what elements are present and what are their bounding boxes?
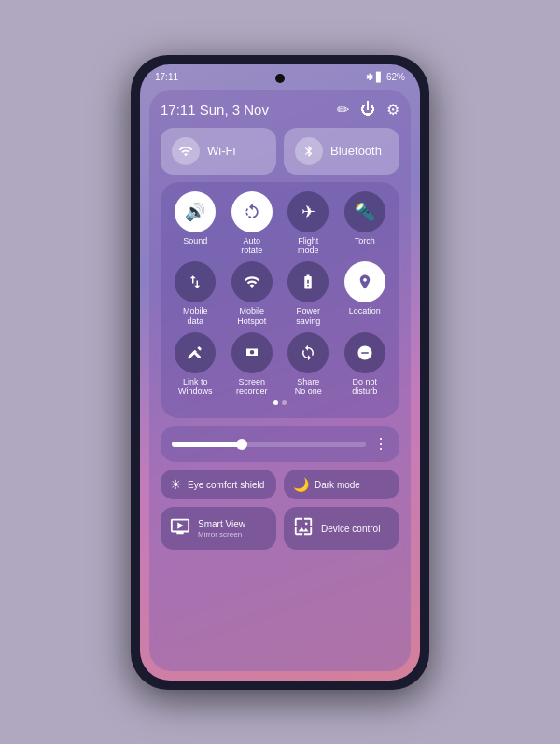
share-label: ShareNo one	[295, 377, 322, 398]
screen-recorder-toggle[interactable]: Screenrecorder	[227, 332, 278, 398]
brightness-fill	[172, 442, 240, 447]
dnd-icon	[344, 332, 385, 373]
mobile-data-icon	[175, 261, 216, 302]
auto-rotate-icon	[231, 191, 273, 232]
brightness-handle[interactable]	[236, 439, 247, 450]
toggle-section: 🔊 Sound Autorotate ✈	[161, 182, 399, 419]
screen-recorder-label: Screenrecorder	[236, 377, 268, 398]
signal-status-icon: ▋	[376, 72, 384, 82]
auto-rotate-label: Autorotate	[241, 236, 262, 257]
dark-mode-toggle[interactable]: 🌙 Dark mode	[284, 470, 399, 499]
dot-2	[282, 400, 287, 405]
edit-icon[interactable]: ✏	[337, 101, 349, 119]
smart-view-text: Smart View Mirror screen	[198, 518, 245, 539]
location-toggle[interactable]: Location	[340, 261, 391, 327]
bluetooth-label: Bluetooth	[330, 144, 382, 158]
eye-comfort-icon: ☀	[170, 477, 182, 492]
location-label: Location	[349, 306, 381, 316]
power-saving-icon	[287, 261, 329, 302]
dark-mode-label: Dark mode	[315, 480, 360, 490]
comfort-row: ☀ Eye comfort shield 🌙 Dark mode	[161, 470, 399, 499]
dark-mode-icon: 🌙	[293, 477, 309, 492]
dnd-label: Do notdisturb	[352, 377, 377, 398]
quick-toggle-row: Wi-Fi Bluetooth	[161, 128, 399, 175]
screen-recorder-icon	[231, 332, 273, 373]
hotspot-label: MobileHotspot	[237, 306, 266, 327]
wifi-label: Wi-Fi	[207, 144, 235, 158]
flight-mode-toggle[interactable]: ✈ Flightmode	[283, 191, 334, 257]
smart-view-label: Smart View	[198, 518, 245, 530]
link-windows-toggle[interactable]: Link toWindows	[170, 332, 221, 398]
sound-icon: 🔊	[175, 191, 216, 232]
page-dots	[170, 400, 390, 405]
mobile-data-toggle[interactable]: Mobiledata	[170, 261, 221, 327]
auto-rotate-toggle[interactable]: Autorotate	[227, 191, 278, 257]
smart-view-icon	[170, 516, 190, 540]
hotspot-icon	[231, 261, 273, 302]
header-row: 17:11 Sun, 3 Nov ✏ ⏻ ⚙	[161, 101, 399, 119]
wifi-icon	[172, 137, 200, 165]
torch-label: Torch	[355, 236, 375, 246]
torch-toggle[interactable]: 🔦 Torch	[340, 191, 391, 257]
torch-icon: 🔦	[344, 191, 385, 232]
battery-status: 62%	[386, 72, 405, 82]
dnd-toggle[interactable]: Do notdisturb	[340, 332, 391, 398]
phone-screen: 17:11 ✱ ▋ 62% 17:11 Sun, 3 Nov ✏ ⏻ ⚙	[140, 64, 420, 681]
power-icon[interactable]: ⏻	[360, 101, 375, 119]
sound-toggle[interactable]: 🔊 Sound	[170, 191, 221, 257]
dot-1	[273, 400, 278, 405]
bluetooth-toggle[interactable]: Bluetooth	[284, 128, 399, 175]
bluetooth-status-icon: ✱	[366, 72, 373, 82]
bluetooth-icon	[295, 137, 323, 165]
device-control-icon	[293, 516, 314, 540]
flight-icon: ✈	[287, 191, 329, 232]
smart-view-button[interactable]: Smart View Mirror screen	[161, 507, 276, 550]
status-time: 17:11	[155, 72, 178, 82]
share-icon	[287, 332, 329, 373]
status-icons: ✱ ▋ 62%	[366, 72, 405, 82]
brightness-row: ⋮	[161, 426, 399, 462]
phone-outer: 17:11 ✱ ▋ 62% 17:11 Sun, 3 Nov ✏ ⏻ ⚙	[131, 55, 429, 690]
sound-label: Sound	[183, 236, 207, 246]
wifi-toggle[interactable]: Wi-Fi	[161, 128, 276, 175]
control-panel: 17:11 Sun, 3 Nov ✏ ⏻ ⚙ Wi-Fi	[149, 90, 411, 671]
header-time-date: 17:11 Sun, 3 Nov	[161, 102, 269, 118]
eye-comfort-toggle[interactable]: ☀ Eye comfort shield	[161, 470, 276, 499]
share-toggle[interactable]: ShareNo one	[283, 332, 334, 398]
mobile-data-label: Mobiledata	[183, 306, 208, 327]
power-saving-label: Powersaving	[296, 306, 320, 327]
location-icon	[344, 261, 385, 302]
link-windows-icon	[175, 332, 216, 373]
brightness-menu-icon[interactable]: ⋮	[373, 435, 388, 453]
brightness-slider[interactable]	[172, 442, 366, 447]
smart-view-sublabel: Mirror screen	[198, 530, 245, 539]
hotspot-toggle[interactable]: MobileHotspot	[227, 261, 278, 327]
toggle-grid: 🔊 Sound Autorotate ✈	[170, 191, 390, 398]
device-control-label: Device control	[321, 523, 380, 535]
flight-label: Flightmode	[298, 236, 319, 257]
bottom-row: Smart View Mirror screen Device control	[161, 507, 399, 550]
settings-icon[interactable]: ⚙	[386, 101, 399, 119]
power-saving-toggle[interactable]: Powersaving	[283, 261, 334, 327]
link-windows-label: Link toWindows	[178, 377, 213, 398]
camera-notch	[275, 74, 285, 83]
header-icons: ✏ ⏻ ⚙	[337, 101, 399, 119]
eye-comfort-label: Eye comfort shield	[188, 480, 264, 490]
device-control-button[interactable]: Device control	[284, 507, 399, 550]
